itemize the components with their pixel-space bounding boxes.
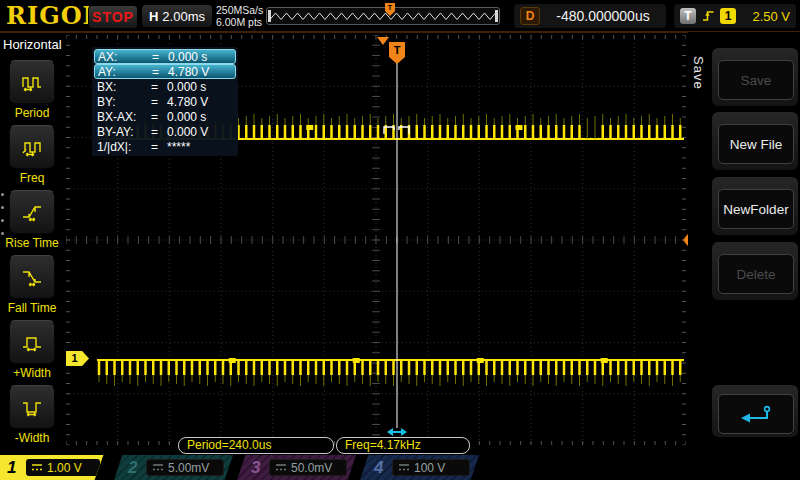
plus-width-icon bbox=[21, 333, 43, 352]
save-button-slot: Save bbox=[712, 48, 798, 106]
fall-time-label: Fall Time bbox=[0, 301, 64, 315]
delete-button[interactable]: Delete bbox=[718, 254, 794, 294]
delete-button-slot: Delete bbox=[712, 242, 798, 300]
freq-button[interactable] bbox=[9, 125, 55, 169]
channel2-scale: 5.00mV bbox=[168, 461, 209, 475]
timebase-indicator[interactable]: H 2.00ms bbox=[142, 5, 212, 27]
save-menu: Save Save New File NewFolder Delete bbox=[688, 32, 800, 458]
channel-status-bar: 1 1.00 V 2 5.00mV 3 50 bbox=[0, 455, 800, 480]
rise-time-icon bbox=[21, 203, 43, 222]
menu-scroll-dots bbox=[1, 193, 4, 235]
rigol-logo: RIGOL bbox=[6, 1, 100, 30]
cursor-row-bxax: BX-AX:=0.000 s bbox=[94, 109, 236, 124]
delay-indicator[interactable]: D -480.000000us bbox=[514, 4, 666, 28]
cursor-row-by: BY:=4.780 V bbox=[94, 94, 236, 109]
channel1-number: 1 bbox=[7, 458, 16, 478]
channel3-scale-box: 50.0mV bbox=[269, 459, 347, 476]
preview-wave bbox=[270, 9, 498, 23]
fall-time-icon bbox=[21, 268, 43, 287]
menu-tab-save: Save bbox=[691, 56, 706, 90]
trigger-level-value: 2.50 V bbox=[741, 9, 790, 24]
new-file-button-slot: New File bbox=[712, 112, 798, 170]
channel3-scale: 50.0mV bbox=[291, 461, 332, 475]
channel4-status[interactable]: 4 100 V bbox=[360, 455, 479, 480]
channel2-scale-box: 5.00mV bbox=[146, 459, 224, 476]
period-measurement: Period=240.0us bbox=[178, 437, 334, 454]
dc-coupling-icon bbox=[275, 463, 287, 472]
period-button[interactable] bbox=[9, 60, 55, 104]
new-folder-button[interactable]: NewFolder bbox=[718, 189, 794, 229]
cursor-row-bx: BX:=0.000 s bbox=[94, 79, 236, 94]
trigger-source-badge: 1 bbox=[720, 8, 736, 24]
delay-value: -480.000000us bbox=[540, 8, 666, 24]
horizontal-label: H bbox=[149, 9, 158, 24]
channel1-scale-box: 1.00 V bbox=[26, 459, 100, 476]
channel1-status[interactable]: 1 1.00 V bbox=[0, 455, 110, 480]
plus-width-button[interactable] bbox=[9, 320, 55, 364]
rising-edge-icon bbox=[701, 9, 715, 23]
acquisition-info: 250MSa/s 6.00M pts bbox=[216, 4, 263, 28]
cursor-row-ax: AX:=0.000 s bbox=[94, 49, 236, 64]
rise-time-label: Rise Time bbox=[0, 236, 64, 250]
plus-width-label: +Width bbox=[0, 366, 64, 380]
new-file-button[interactable]: New File bbox=[718, 124, 794, 164]
trigger-indicator[interactable]: T 1 2.50 V bbox=[674, 4, 796, 28]
freq-icon bbox=[21, 138, 43, 157]
save-button[interactable]: Save bbox=[718, 60, 794, 100]
minus-width-icon bbox=[21, 398, 43, 417]
minus-width-label: -Width bbox=[0, 431, 64, 445]
memory-depth: 6.00M pts bbox=[216, 16, 263, 28]
period-label: Period bbox=[0, 106, 64, 120]
channel3-status[interactable]: 3 50.0mV bbox=[237, 455, 356, 480]
fall-time-button[interactable] bbox=[9, 255, 55, 299]
rise-time-button[interactable] bbox=[9, 190, 55, 234]
waveform-preview-bar[interactable]: T bbox=[266, 7, 500, 25]
channel4-scale: 100 V bbox=[414, 461, 445, 475]
freq-measurement: Freq=4.17kHz bbox=[336, 437, 470, 454]
cursor-measurement-panel: AX:=0.000 s AY:=4.780 V BX:=0.000 s BY:=… bbox=[92, 47, 238, 156]
dc-coupling-icon bbox=[398, 463, 410, 472]
dc-coupling-icon bbox=[152, 463, 164, 472]
back-button-slot bbox=[712, 385, 798, 437]
channel3-number: 3 bbox=[251, 458, 260, 478]
channel2-status[interactable]: 2 5.00mV bbox=[114, 455, 233, 480]
sample-rate: 250MSa/s bbox=[216, 4, 263, 16]
cursor-row-ay: AY:=4.780 V bbox=[94, 64, 236, 79]
timebase-value: 2.00ms bbox=[158, 9, 205, 24]
return-arrow-icon bbox=[736, 405, 776, 423]
trigger-label: T bbox=[680, 8, 696, 24]
oscilloscope-screen: RIGOL STOP H 2.00ms 250MSa/s 6.00M pts T… bbox=[0, 0, 800, 480]
left-menu-title: Horizontal bbox=[3, 37, 62, 52]
run-state-indicator[interactable]: STOP bbox=[88, 5, 138, 29]
new-folder-button-slot: NewFolder bbox=[712, 177, 798, 235]
period-icon bbox=[21, 73, 43, 92]
trigger-position-triangle-icon[interactable] bbox=[377, 37, 389, 45]
channel4-number: 4 bbox=[374, 458, 383, 478]
delay-label: D bbox=[520, 7, 540, 25]
minus-width-button[interactable] bbox=[9, 385, 55, 429]
top-status-bar: RIGOL STOP H 2.00ms 250MSa/s 6.00M pts T… bbox=[0, 0, 800, 33]
freq-label: Freq bbox=[0, 171, 64, 185]
channel2-number: 2 bbox=[128, 458, 137, 478]
back-button[interactable] bbox=[718, 394, 794, 434]
dc-coupling-icon bbox=[31, 463, 43, 472]
channel1-scale: 1.00 V bbox=[47, 461, 82, 475]
channel4-scale-box: 100 V bbox=[392, 459, 470, 476]
cursor-row-invdx: 1/|dX|:=***** bbox=[94, 139, 236, 154]
cursor-row-byay: BY-AY:=0.000 V bbox=[94, 124, 236, 139]
